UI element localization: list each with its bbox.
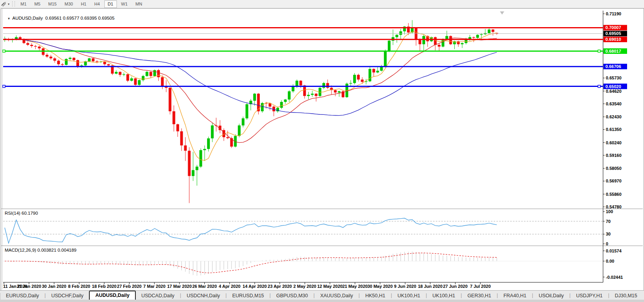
candle-up[interactable]	[65, 59, 68, 65]
candle-down[interactable]	[46, 55, 48, 57]
candle-down[interactable]	[438, 45, 440, 47]
candle-up[interactable]	[311, 94, 314, 95]
chart-tab-eurusd-daily[interactable]: EURUSD,Daily	[0, 291, 44, 300]
chart-tab-uk100-h1[interactable]: UK100,H1	[392, 291, 426, 300]
candle-up[interactable]	[376, 71, 379, 73]
candle-down[interactable]	[76, 60, 79, 67]
candle-up[interactable]	[292, 87, 294, 91]
candle-up[interactable]	[399, 31, 402, 35]
candle-up[interactable]	[422, 36, 425, 44]
chart-tab-audusd-daily[interactable]: AUDUSD,Daily	[89, 291, 136, 300]
candle-down[interactable]	[372, 69, 375, 72]
candle-down[interactable]	[449, 36, 452, 44]
chart-tab-uk100-h1[interactable]: UK100,H1	[427, 291, 461, 300]
candle-down[interactable]	[107, 64, 110, 65]
candle-up[interactable]	[488, 29, 490, 33]
candle-down[interactable]	[226, 137, 229, 138]
chart-tab-usdchf-daily[interactable]: USDCHF,Daily	[46, 291, 89, 300]
candle-up[interactable]	[207, 138, 210, 149]
candle-down[interactable]	[134, 78, 137, 85]
candle-down[interactable]	[26, 43, 29, 45]
candle-down[interactable]	[188, 151, 191, 176]
chart-tab-usdcnh-daily[interactable]: USDCNH,Daily	[181, 291, 226, 300]
chart-tab-fra40-h1[interactable]: FRA40,H1	[498, 291, 532, 300]
candle-up[interactable]	[288, 91, 291, 99]
chart-tab-usoil-daily[interactable]: USOil,Daily	[533, 291, 569, 300]
candle-up[interactable]	[88, 58, 91, 61]
candle-down[interactable]	[57, 61, 60, 64]
candle-up[interactable]	[476, 35, 479, 38]
chart-tab-dj30-m15[interactable]: DJ30,M15	[609, 291, 643, 300]
candle-down[interactable]	[176, 124, 179, 131]
candle-up[interactable]	[461, 43, 464, 44]
candle-down[interactable]	[303, 85, 306, 96]
candle-down[interactable]	[168, 88, 171, 111]
level-handle[interactable]	[3, 50, 5, 52]
candle-up[interactable]	[192, 170, 194, 176]
candle-up[interactable]	[296, 81, 298, 87]
candle-up[interactable]	[196, 167, 198, 170]
candle-down[interactable]	[119, 72, 122, 75]
candle-down[interactable]	[50, 57, 52, 59]
candle-down[interactable]	[157, 70, 160, 77]
chart-tab-gbpusd-m30[interactable]: GBPUSD,M30	[271, 291, 314, 300]
candle-down[interactable]	[172, 111, 175, 124]
candle-up[interactable]	[200, 150, 202, 167]
candle-down[interactable]	[38, 47, 41, 49]
candle-up[interactable]	[442, 40, 444, 47]
candle-down[interactable]	[61, 64, 64, 65]
candle-down[interactable]	[161, 77, 164, 87]
chart-title-collapse-icon[interactable]: ▼	[7, 17, 10, 20]
candle-down[interactable]	[361, 79, 364, 82]
candle-down[interactable]	[103, 62, 106, 64]
candle-up[interactable]	[242, 118, 244, 125]
candle-down[interactable]	[492, 29, 494, 32]
chart-tab-ger30-h1[interactable]: GER30,H1	[462, 291, 496, 300]
candle-up[interactable]	[396, 35, 398, 37]
candle-up[interactable]	[353, 75, 356, 83]
candle-up[interactable]	[380, 66, 383, 71]
candle-down[interactable]	[334, 90, 337, 92]
candle-down[interactable]	[34, 46, 37, 47]
candle-up[interactable]	[322, 83, 325, 88]
candle-down[interactable]	[326, 83, 329, 88]
candle-down[interactable]	[92, 58, 94, 61]
level-handle[interactable]	[598, 50, 600, 52]
candle-down[interactable]	[54, 58, 56, 61]
candle-up[interactable]	[153, 70, 156, 76]
candle-up[interactable]	[253, 94, 256, 101]
candle-up[interactable]	[203, 149, 206, 150]
candle-down[interactable]	[126, 74, 129, 81]
candle-up[interactable]	[280, 102, 283, 108]
candle-down[interactable]	[96, 61, 98, 62]
chart-tab-usdcad-daily[interactable]: USDCAD,Daily	[136, 291, 180, 300]
candle-up[interactable]	[130, 78, 133, 81]
candle-up[interactable]	[238, 125, 241, 136]
candle-up[interactable]	[388, 41, 390, 52]
price-chart[interactable]: 0.711900.679200.657300.646200.635400.624…	[0, 0, 644, 302]
candle-up[interactable]	[284, 99, 287, 102]
candle-up[interactable]	[115, 72, 118, 74]
chart-tab-usdjpy-h1[interactable]: USDJPY,H1	[570, 291, 608, 300]
candle-down[interactable]	[30, 45, 33, 46]
chart-tab-eurusd-m15[interactable]: EURUSD,M15	[227, 291, 270, 300]
candle-down[interactable]	[150, 72, 152, 76]
candle-up[interactable]	[146, 72, 148, 76]
candle-up[interactable]	[211, 125, 214, 138]
chart-tab-hk50-h1[interactable]: HK50,H1	[360, 291, 391, 300]
chart-tab-xauusd-daily[interactable]: XAUUSD,Daily	[315, 291, 358, 300]
level-handle[interactable]	[598, 85, 600, 88]
candle-down[interactable]	[180, 131, 183, 145]
candle-down[interactable]	[315, 94, 318, 96]
candle-down[interactable]	[472, 37, 475, 38]
candle-down[interactable]	[300, 81, 302, 85]
candle-down[interactable]	[418, 40, 421, 44]
candle-up[interactable]	[138, 80, 141, 85]
level-handle[interactable]	[3, 85, 5, 88]
candle-down[interactable]	[184, 145, 187, 151]
candle-up[interactable]	[122, 74, 125, 75]
candle-down[interactable]	[72, 58, 75, 60]
candle-up[interactable]	[246, 104, 248, 118]
candle-up[interactable]	[307, 95, 310, 96]
candle-up[interactable]	[338, 91, 341, 92]
